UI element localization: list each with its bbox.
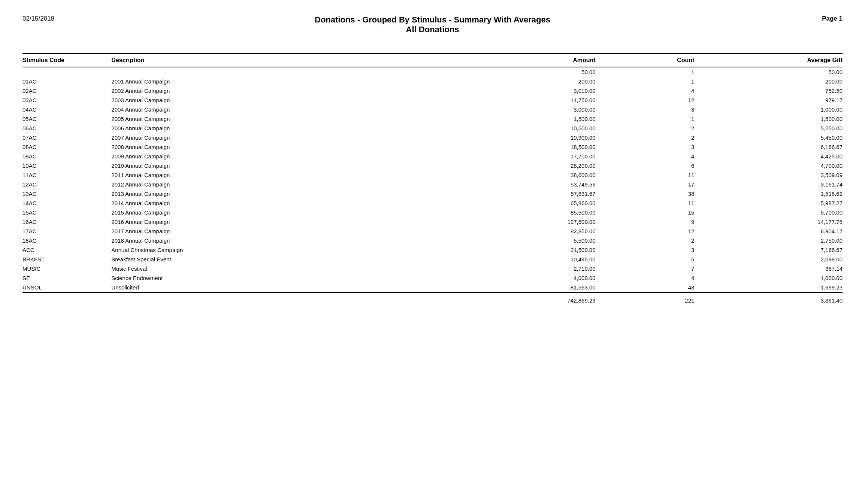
subtotal-cell [22,292,111,296]
cell-amount: 50.00 [408,67,596,77]
cell-description: 2002 Annual Campaign [111,86,408,95]
cell-avg: 6,904.17 [694,227,843,236]
cell-code: 05AC [22,114,111,124]
total-cell [22,296,111,305]
cell-count: 3 [596,142,695,152]
cell-avg: 387.14 [694,264,843,273]
cell-count: 1 [596,114,695,124]
table-header-row: Stimulus Code Description Amount Count A… [22,54,843,67]
cell-avg: 5,250.00 [694,124,843,133]
cell-amount: 127,600.00 [408,217,596,227]
cell-amount: 10,500.00 [408,124,596,133]
cell-amount: 21,500.00 [408,245,596,255]
table-row: 02AC2002 Annual Campaign3,010.004752.50 [22,86,843,95]
cell-code: 11AC [22,170,111,180]
cell-amount: 10,495.00 [408,255,596,264]
cell-avg: 5,700.00 [694,208,843,217]
cell-code: 01AC [22,77,111,86]
cell-count: 2 [596,236,695,245]
cell-count: 5 [596,255,695,264]
cell-avg: 752.50 [694,86,843,95]
cell-code: 02AC [22,86,111,95]
cell-description: 2017 Annual Campaign [111,227,408,236]
table-row: 03AC2003 Annual Campaign11,750.0012979.1… [22,95,843,105]
cell-amount: 1,500.00 [408,114,596,124]
cell-count: 2 [596,133,695,142]
cell-count: 15 [596,208,695,217]
cell-description: 2013 Annual Campaign [111,189,408,198]
total-cell: 3,361.40 [694,296,843,305]
cell-amount: 17,700.00 [408,152,596,161]
cell-code: ACC [22,245,111,255]
cell-code: 18AC [22,236,111,245]
cell-description: 2001 Annual Campaign [111,77,408,86]
table-row: 15AC2015 Annual Campaign85,500.00155,700… [22,208,843,217]
cell-code: 09AC [22,152,111,161]
cell-avg: 14,177.78 [694,217,843,227]
cell-amount: 10,900.00 [408,133,596,142]
cell-description: 2012 Annual Campaign [111,180,408,189]
cell-code: 17AC [22,227,111,236]
cell-count: 11 [596,170,695,180]
cell-avg: 50.00 [694,67,843,77]
cell-description: Science Endowment [111,273,408,283]
cell-description: 2016 Annual Campaign [111,217,408,227]
cell-avg: 3,509.09 [694,170,843,180]
cell-code [22,67,111,77]
cell-avg: 1,000.00 [694,273,843,283]
cell-avg: 1,000.00 [694,105,843,114]
cell-avg: 200.00 [694,77,843,86]
cell-amount: 3,000.00 [408,105,596,114]
cell-description: 2015 Annual Campaign [111,208,408,217]
cell-count: 12 [596,227,695,236]
cell-code: 03AC [22,95,111,105]
cell-code: UNSOL [22,283,111,292]
cell-avg: 1,699.23 [694,283,843,292]
subtotal-cell [596,292,695,296]
cell-code: 08AC [22,142,111,152]
table-row: 09AC2009 Annual Campaign17,700.0044,425.… [22,152,843,161]
cell-count: 1 [596,77,695,86]
cell-code: 16AC [22,217,111,227]
cell-amount: 3,010.00 [408,86,596,95]
table-row: BRKFSTBreakfast Special Event10,495.0052… [22,255,843,264]
cell-amount: 11,750.00 [408,95,596,105]
cell-description: 2009 Annual Campaign [111,152,408,161]
cell-amount: 200.00 [408,77,596,86]
col-header-code: Stimulus Code [22,54,111,67]
cell-description: Music Festival [111,264,408,273]
subtotal-cell [408,292,596,296]
cell-amount: 18,500.00 [408,142,596,152]
cell-code: BRKFST [22,255,111,264]
table-row: 01AC2001 Annual Campaign200.001200.00 [22,77,843,86]
cell-count: 3 [596,105,695,114]
cell-count: 7 [596,264,695,273]
cell-avg: 5,450.00 [694,133,843,142]
cell-amount: 5,500.00 [408,236,596,245]
cell-count: 3 [596,245,695,255]
table-row: 05AC2005 Annual Campaign1,500.0011,500.0… [22,114,843,124]
cell-description: 2006 Annual Campaign [111,124,408,133]
report-title: Donations - Grouped By Stimulus - Summar… [82,15,783,34]
total-row: 742,869.232213,361.40 [22,296,843,305]
cell-amount: 2,710.00 [408,264,596,273]
cell-code: 15AC [22,208,111,217]
cell-description: Annual Christmas Campaign [111,245,408,255]
cell-code: 14AC [22,198,111,208]
table-row: 14AC2014 Annual Campaign65,860.00115,987… [22,198,843,208]
cell-description: 2018 Annual Campaign [111,236,408,245]
cell-code: 10AC [22,161,111,170]
cell-code: 04AC [22,105,111,114]
cell-description: 2003 Annual Campaign [111,95,408,105]
cell-avg: 1,500.00 [694,114,843,124]
col-header-count: Count [596,54,695,67]
cell-count: 4 [596,273,695,283]
cell-description: Breakfast Special Event [111,255,408,264]
cell-count: 6 [596,161,695,170]
table-row: 06AC2006 Annual Campaign10,500.0025,250.… [22,124,843,133]
col-header-avg-gift: Average Gift [694,54,843,67]
cell-description: 2014 Annual Campaign [111,198,408,208]
table-row: 11AC2011 Annual Campaign38,600.00113,509… [22,170,843,180]
table-row: 13AC2013 Annual Campaign57,631.67381,516… [22,189,843,198]
cell-amount: 4,000.00 [408,273,596,283]
